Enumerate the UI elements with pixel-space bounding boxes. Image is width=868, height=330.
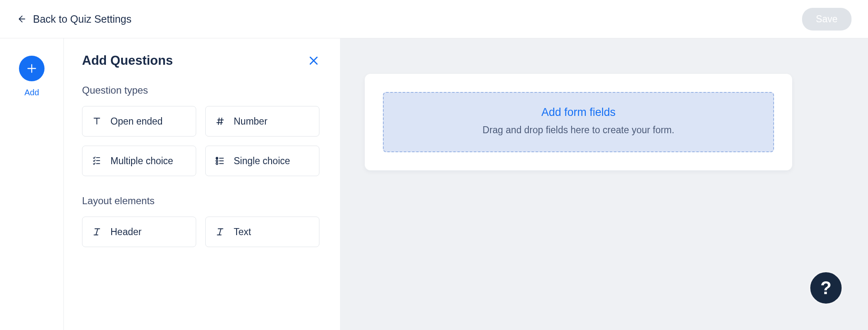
form-canvas-card: Add form fields Drag and drop fields her… [365, 74, 792, 170]
italic-t-icon [215, 226, 225, 237]
layout-label: Text [234, 226, 251, 238]
panel-header: Add Questions [82, 53, 319, 68]
close-icon[interactable] [308, 55, 319, 66]
section-layout-elements-label: Layout elements [82, 195, 319, 207]
type-single-choice[interactable]: Single choice [205, 146, 319, 176]
type-number[interactable]: Number [205, 106, 319, 137]
text-type-icon [91, 116, 102, 127]
drop-zone-subtitle: Drag and drop fields here to create your… [392, 125, 765, 136]
layout-text[interactable]: Text [205, 217, 319, 247]
hash-icon [215, 116, 225, 127]
add-button[interactable] [19, 56, 45, 81]
back-label: Back to Quiz Settings [33, 13, 131, 25]
plus-icon [26, 63, 38, 74]
save-button[interactable]: Save [802, 8, 852, 31]
type-label: Open ended [110, 116, 163, 127]
checklist-icon [91, 156, 102, 166]
layout-header[interactable]: Header [82, 217, 196, 247]
section-question-types-label: Question types [82, 85, 319, 96]
type-open-ended[interactable]: Open ended [82, 106, 196, 137]
drop-zone[interactable]: Add form fields Drag and drop fields her… [383, 92, 774, 152]
add-label: Add [24, 88, 39, 97]
help-icon: ? [821, 278, 832, 298]
svg-point-0 [216, 157, 218, 159]
back-to-settings-link[interactable]: Back to Quiz Settings [16, 13, 131, 25]
type-label: Multiple choice [110, 156, 173, 167]
type-label: Number [234, 116, 267, 127]
question-types-grid: Open ended Number Multiple choice Single… [82, 106, 319, 176]
topbar: Back to Quiz Settings Save [0, 0, 868, 38]
add-questions-panel: Add Questions Question types Open ended … [64, 38, 340, 330]
svg-point-1 [216, 160, 218, 162]
drop-zone-title: Add form fields [392, 106, 765, 119]
help-button[interactable]: ? [809, 271, 843, 305]
panel-title: Add Questions [82, 53, 173, 68]
italic-t-icon [91, 226, 102, 237]
left-rail: Add [0, 38, 64, 330]
form-canvas-area: Add form fields Drag and drop fields her… [340, 38, 868, 330]
body: Add Add Questions Question types Open en… [0, 38, 868, 330]
layout-label: Header [110, 226, 141, 238]
type-label: Single choice [234, 156, 290, 167]
layout-elements-grid: Header Text [82, 217, 319, 247]
radiolist-icon [215, 156, 225, 166]
arrow-left-icon [16, 14, 26, 24]
type-multiple-choice[interactable]: Multiple choice [82, 146, 196, 176]
svg-point-2 [216, 163, 218, 164]
